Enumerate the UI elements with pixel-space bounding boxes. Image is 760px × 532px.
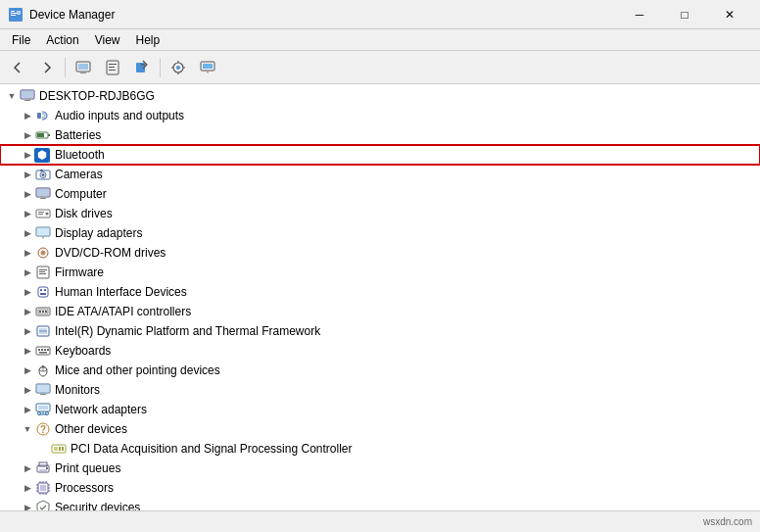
expand-root[interactable]: ▼: [4, 88, 20, 104]
expand-keyboards[interactable]: ▶: [20, 343, 35, 359]
close-button[interactable]: ✕: [707, 0, 752, 29]
expand-monitors[interactable]: ▶: [20, 382, 35, 398]
intel-label: Intel(R) Dynamic Platform and Thermal Fr…: [55, 324, 320, 338]
other-label: Other devices: [55, 422, 127, 436]
security-icon: [35, 500, 51, 510]
tree-item-monitors[interactable]: ▶ Monitors: [0, 380, 760, 400]
mouse-icon: [35, 363, 51, 378]
computer-tree-icon: [35, 186, 51, 202]
other-icon: ?: [35, 421, 51, 437]
tree-item-computer[interactable]: ▶ Computer: [0, 184, 760, 204]
svg-rect-7: [80, 73, 86, 73]
tree-item-network[interactable]: ▶ Network adapters: [0, 400, 760, 419]
tree-item-print[interactable]: ▶ Print queues: [0, 459, 760, 478]
tree-item-cameras[interactable]: ▶ Cameras: [0, 165, 760, 184]
monitor-icon: [35, 382, 51, 398]
disk-icon: [35, 206, 51, 221]
menu-view[interactable]: View: [87, 31, 128, 49]
toolbar-sep-1: [65, 58, 66, 77]
tree-item-disk[interactable]: ▶ Disk drives: [0, 204, 760, 223]
svg-point-15: [176, 66, 180, 70]
tree-item-pci[interactable]: ▶ PCI Data Acquisition and Signal Proces…: [0, 439, 760, 459]
expand-firmware[interactable]: ▶: [20, 265, 35, 280]
tree-item-mice[interactable]: ▶ Mice and other pointing devices: [0, 361, 760, 380]
tree-item-batteries[interactable]: ▶ Batteries: [0, 125, 760, 145]
menu-help[interactable]: Help: [128, 31, 168, 49]
svg-rect-36: [37, 189, 49, 196]
toolbar-scan[interactable]: [165, 55, 192, 80]
print-icon: [35, 460, 51, 476]
tree-item-keyboards[interactable]: ▶ Keyboards: [0, 341, 760, 361]
tree-item-other[interactable]: ▼ ? Other devices: [0, 419, 760, 439]
expand-audio[interactable]: ▶: [20, 108, 35, 123]
svg-rect-54: [40, 289, 42, 291]
tree-item-hid[interactable]: ▶ Human Interface Devices: [0, 282, 760, 302]
expand-dvd[interactable]: ▶: [20, 245, 35, 261]
expand-bluetooth[interactable]: ▶: [20, 147, 35, 163]
svg-rect-6: [78, 64, 88, 70]
toolbar-update[interactable]: [128, 55, 156, 80]
toolbar-computer[interactable]: [70, 55, 97, 80]
pci-label: PCI Data Acquisition and Signal Processi…: [71, 442, 352, 456]
svg-point-33: [42, 173, 45, 176]
expand-display[interactable]: ▶: [20, 225, 35, 241]
svg-rect-51: [39, 271, 45, 272]
keyboards-label: Keyboards: [55, 344, 111, 358]
menu-file[interactable]: File: [4, 31, 38, 49]
svg-rect-30: [48, 134, 50, 136]
audio-label: Audio inputs and outputs: [55, 109, 184, 122]
tree-item-dvd[interactable]: ▶ DVD/CD-ROM drives: [0, 243, 760, 263]
menu-bar: File Action View Help: [0, 29, 760, 51]
maximize-button[interactable]: □: [662, 0, 707, 29]
expand-mice[interactable]: ▶: [20, 363, 35, 378]
svg-rect-1: [11, 11, 15, 12]
hid-icon: [35, 284, 51, 300]
expand-other[interactable]: ▼: [20, 421, 35, 437]
network-icon: [35, 402, 51, 417]
expand-network[interactable]: ▶: [20, 402, 35, 417]
svg-rect-26: [24, 99, 31, 100]
dvd-label: DVD/CD-ROM drives: [55, 246, 166, 260]
expand-print[interactable]: ▶: [20, 460, 35, 476]
expand-cameras[interactable]: ▶: [20, 167, 35, 182]
expand-security[interactable]: ▶: [20, 500, 35, 510]
tree-item-security[interactable]: ▶ Security devices: [0, 498, 760, 510]
svg-rect-69: [39, 352, 47, 354]
tree-item-intel[interactable]: ▶ Intel(R) Dynamic Platform and Thermal …: [0, 321, 760, 341]
tree-item-display[interactable]: ▶ Display adapters: [0, 223, 760, 243]
svg-rect-89: [62, 447, 64, 451]
expand-computer[interactable]: ▶: [20, 186, 35, 202]
toolbar-monitor[interactable]: [194, 55, 221, 80]
toolbar-forward[interactable]: [33, 55, 61, 80]
toolbar-properties[interactable]: [99, 55, 126, 80]
svg-rect-66: [41, 349, 43, 351]
watermark: wsxdn.com: [703, 516, 752, 527]
expand-intel[interactable]: ▶: [20, 323, 35, 339]
tree-view[interactable]: ▼ DESKTOP-RDJB6GG ▶ Audio: [0, 84, 760, 510]
svg-rect-60: [42, 311, 44, 313]
svg-rect-67: [44, 349, 46, 351]
expand-ide[interactable]: ▶: [20, 304, 35, 319]
expand-processors[interactable]: ▶: [20, 480, 35, 496]
toolbar-back[interactable]: [4, 55, 31, 80]
menu-action[interactable]: Action: [38, 31, 86, 49]
tree-root[interactable]: ▼ DESKTOP-RDJB6GG: [0, 86, 760, 106]
mice-label: Mice and other pointing devices: [55, 363, 220, 377]
svg-rect-8: [79, 72, 87, 73]
battery-icon: [35, 127, 51, 143]
network-label: Network adapters: [55, 403, 147, 416]
keyboard-icon: [35, 343, 51, 359]
tree-item-audio[interactable]: ▶ Audio inputs and outputs: [0, 106, 760, 125]
root-label: DESKTOP-RDJB6GG: [39, 89, 155, 103]
bluetooth-label: Bluetooth: [55, 148, 105, 162]
minimize-button[interactable]: ─: [617, 0, 662, 29]
tree-item-bluetooth[interactable]: ▶ ⬢ Bluetooth: [0, 145, 760, 165]
svg-rect-77: [42, 393, 44, 394]
expand-disk[interactable]: ▶: [20, 206, 35, 221]
expand-hid[interactable]: ▶: [20, 284, 35, 300]
tree-item-processors[interactable]: ▶ Proces: [0, 478, 760, 498]
tree-item-firmware[interactable]: ▶ Firmware: [0, 263, 760, 282]
tree-item-ide[interactable]: ▶ IDE ATA/ATAPI controllers: [0, 302, 760, 321]
expand-batteries[interactable]: ▶: [20, 127, 35, 143]
computer-icon: [20, 88, 35, 104]
